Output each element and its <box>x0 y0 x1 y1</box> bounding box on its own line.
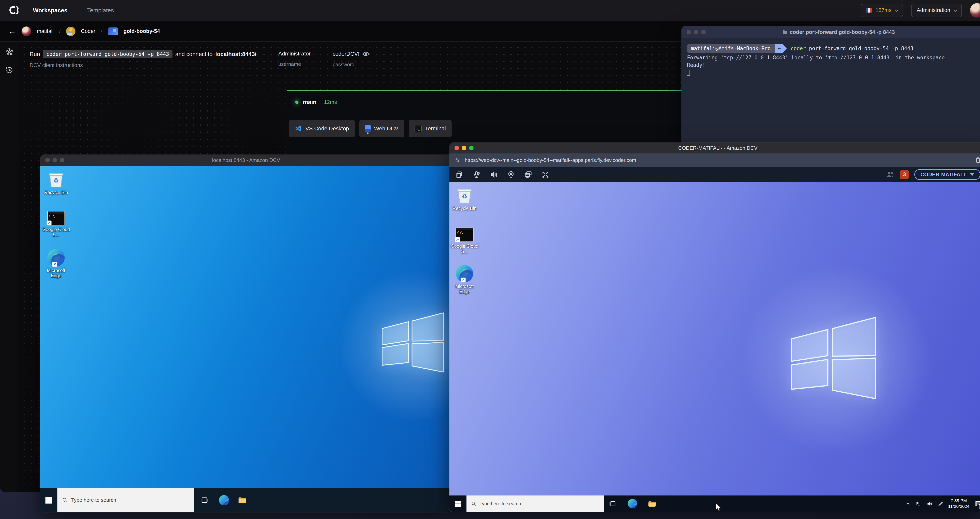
windows-desktop[interactable]: ♻ Recycle Bin C:\_ ↗ Google Cloud S... ↗ <box>40 166 452 488</box>
tray-expand-icon[interactable] <box>905 501 911 507</box>
task-view-icon[interactable] <box>199 488 210 512</box>
shortcut-arrow-icon: ↗ <box>52 262 57 267</box>
search-icon <box>471 501 476 506</box>
triangle-down-icon <box>970 173 974 176</box>
desktop-icon-microsoft-edge[interactable]: ↗ Microsoft Edge <box>41 249 71 279</box>
terminal-body[interactable]: matifali@Atifs-MacBook-Pro ~ coder port-… <box>681 38 980 82</box>
port-forward-command[interactable]: coder port-forward gold-booby-54 -p 8443 <box>43 50 172 59</box>
desktop-icon-recycle-bin[interactable]: ♻ Recycle Bin <box>41 171 71 195</box>
close-icon[interactable] <box>45 158 50 162</box>
instruction-prefix: Run <box>30 51 40 57</box>
terminal-window: coder port-forward gold-booby-54 -p 8443… <box>681 26 980 148</box>
minimize-icon[interactable] <box>52 158 57 162</box>
zoom-icon[interactable] <box>701 30 706 35</box>
site-settings-icon[interactable] <box>455 157 460 163</box>
traffic-lights <box>687 30 706 35</box>
collaborators-icon[interactable] <box>886 170 894 179</box>
edge-taskbar-icon[interactable] <box>627 495 638 512</box>
dcv-window-localhost: localhost:8443 - Amazon DCV ♻ Recycle Bi… <box>40 154 452 512</box>
edge-taskbar-icon[interactable] <box>218 488 230 512</box>
participants-badge[interactable]: 3 <box>900 170 909 179</box>
dcv-right-title: CODER-MATIFALI- - Amazon DCV <box>678 145 757 151</box>
resources-icon[interactable] <box>5 48 14 56</box>
desktop-icon-recycle-bin[interactable]: ♻ Recycle Bin <box>450 186 479 211</box>
minimize-icon[interactable] <box>694 30 698 35</box>
terminal-title: coder port-forward gold-booby-54 -p 8443 <box>782 29 895 35</box>
terminal-command: coder port-forward gold-booby-54 -p 8443 <box>791 45 913 52</box>
taskbar-search[interactable]: Type here to search <box>57 488 194 512</box>
tab-templates[interactable]: Templates <box>87 7 114 14</box>
clipboard-icon[interactable] <box>455 171 463 178</box>
dcv-client-instructions-link[interactable]: DCV client instructions <box>30 62 256 68</box>
web-dcv-icon <box>365 125 371 132</box>
taskbar-clock[interactable]: 7:38 PM 11/20/2024 <box>948 498 969 509</box>
fullscreen-icon[interactable] <box>541 171 549 178</box>
webcam-off-icon[interactable] <box>507 171 515 178</box>
windows-desktop[interactable]: ♻ Recycle Bin C:\_ ↗ Google Cloud S... ↗ <box>449 182 980 495</box>
zoom-icon[interactable] <box>469 146 474 150</box>
breadcrumb-separator: / <box>101 28 102 34</box>
dcv-left-titlebar[interactable]: localhost:8443 - Amazon DCV <box>40 154 452 166</box>
eye-off-icon[interactable] <box>363 51 369 57</box>
agent-app-buttons: VS Code Desktop Web DCV ›_ Terminal <box>289 120 452 137</box>
breadcrumb-owner[interactable]: matifali <box>37 28 54 34</box>
web-dcv-button[interactable]: Web DCV <box>359 120 404 137</box>
network-icon[interactable] <box>916 501 922 507</box>
traffic-lights <box>45 158 64 162</box>
close-icon[interactable] <box>455 146 459 150</box>
owner-avatar <box>22 27 31 36</box>
terminal-titlebar[interactable]: coder port-forward gold-booby-54 -p 8443 <box>681 26 980 38</box>
user-avatar[interactable] <box>970 3 980 18</box>
pen-icon[interactable] <box>938 501 943 507</box>
desktop-icon-google-cloud-shell[interactable]: C:\_ ↗ Google Cloud S... <box>450 224 479 254</box>
action-center-icon[interactable]: 1 <box>974 499 980 508</box>
administration-label: Administration <box>917 7 950 13</box>
history-icon[interactable] <box>5 66 14 75</box>
start-button[interactable] <box>40 488 57 512</box>
vscode-desktop-button[interactable]: VS Code Desktop <box>289 120 355 137</box>
france-flag-icon <box>866 8 872 13</box>
agent-latency: 12ms <box>324 99 337 105</box>
latency-dropdown[interactable]: 187ms <box>861 4 903 17</box>
tab-workspaces[interactable]: Workspaces <box>33 7 67 14</box>
close-icon[interactable] <box>687 30 691 35</box>
breadcrumb-template[interactable]: Coder <box>81 28 95 34</box>
windows-logo <box>783 308 886 409</box>
back-arrow-icon[interactable]: ← <box>8 27 16 35</box>
url-text[interactable]: https://web-dcv--main--gold-booby-54--ma… <box>465 157 636 163</box>
task-view-icon[interactable] <box>608 495 618 512</box>
microphone-muted-icon[interactable] <box>473 171 480 178</box>
multi-display-icon[interactable] <box>524 171 532 178</box>
desktop-icon-google-cloud-shell[interactable]: C:\_ ↗ Google Cloud S... <box>41 208 71 237</box>
session-dropdown[interactable]: CODER-MATIFALI- <box>914 169 980 180</box>
username-label: username <box>278 61 311 67</box>
zoom-icon[interactable] <box>60 158 64 162</box>
workspace-icon <box>108 27 118 35</box>
start-button[interactable] <box>449 495 466 512</box>
template-avatar <box>66 27 75 36</box>
copy-url-icon[interactable] <box>975 157 980 163</box>
dcv-right-titlebar[interactable]: CODER-MATIFALI- - Amazon DCV <box>449 142 980 153</box>
speaker-icon[interactable] <box>490 171 498 178</box>
volume-icon[interactable] <box>927 501 933 507</box>
terminal-label: Terminal <box>425 126 446 132</box>
administration-dropdown[interactable]: Administration <box>911 4 962 17</box>
desktop-icon-microsoft-edge[interactable]: ↗ Microsoft Edge <box>450 264 479 295</box>
file-explorer-icon[interactable] <box>646 495 657 512</box>
terminal-button[interactable]: ›_ Terminal <box>409 120 452 137</box>
workspace-sidebar <box>0 42 19 492</box>
recycle-bin-icon: ♻ <box>48 171 65 188</box>
shortcut-arrow-icon: ↗ <box>46 220 51 226</box>
connect-target[interactable]: localhost:8443/ <box>215 51 256 57</box>
recycle-bin-icon: ♻ <box>456 187 473 204</box>
instruction-middle: and connect to <box>175 51 212 57</box>
vscode-icon <box>295 125 302 132</box>
command-prompt-icon: C:\_ ↗ <box>47 211 65 225</box>
minimize-icon[interactable] <box>462 146 466 150</box>
clock-date: 11/20/2024 <box>948 504 969 509</box>
windows-start-icon <box>44 496 53 505</box>
file-explorer-icon[interactable] <box>236 488 248 512</box>
taskbar-search[interactable]: Type here to search <box>466 495 604 512</box>
coder-logo-icon[interactable] <box>7 3 21 17</box>
session-name: CODER-MATIFALI- <box>920 172 967 178</box>
